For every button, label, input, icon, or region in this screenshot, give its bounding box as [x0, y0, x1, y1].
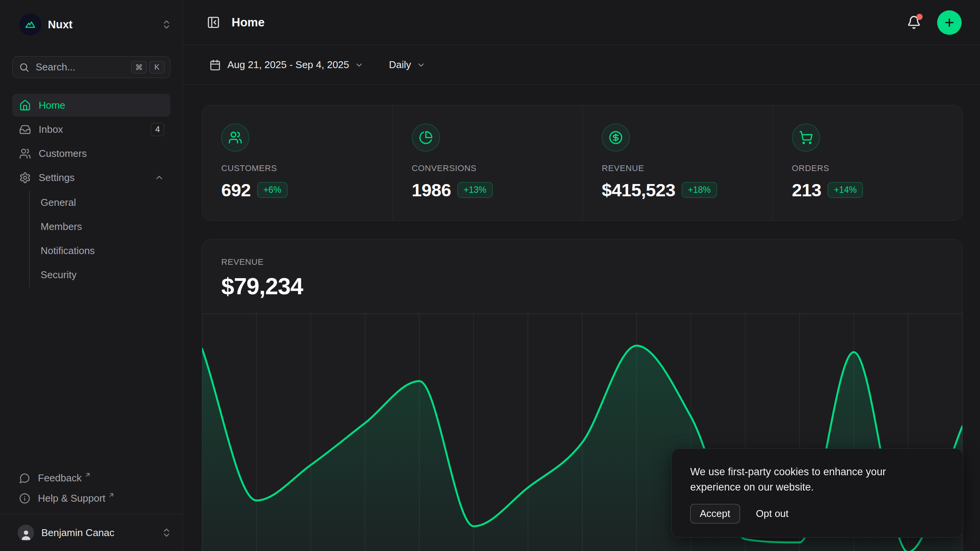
- cookie-banner: We use first-party cookies to enhance yo…: [671, 448, 963, 538]
- stat-label: CONVERSIONS: [412, 163, 575, 173]
- notification-dot: [916, 14, 923, 20]
- notifications-button[interactable]: [907, 15, 921, 29]
- chart-title: REVENUE: [221, 257, 943, 267]
- stats-row: CUSTOMERS 692 +6% CONVERSIONS 1986: [202, 105, 963, 221]
- chevron-up-icon: [154, 173, 164, 183]
- search-icon: [19, 62, 29, 73]
- optout-cookies-button[interactable]: Opt out: [756, 508, 789, 520]
- chart-header: REVENUE $79,234: [202, 240, 962, 300]
- user-menu[interactable]: Benjamin Canac: [0, 514, 183, 551]
- sidebar-item-members[interactable]: Members: [30, 215, 170, 239]
- gear-icon: [19, 172, 31, 184]
- stat-value: $415,523: [602, 179, 675, 201]
- nuxt-logo-icon: [19, 13, 41, 36]
- stat-label: ORDERS: [792, 163, 955, 173]
- circle-dollar-icon: [602, 124, 630, 152]
- stat-delta-badge: +18%: [682, 182, 717, 198]
- stat-delta-badge: +6%: [257, 182, 287, 198]
- inbox-icon: [19, 124, 31, 135]
- date-range-picker[interactable]: Aug 21, 2025 - Sep 4, 2025: [209, 59, 364, 71]
- plus-icon: [943, 16, 956, 29]
- chevron-down-icon: [416, 60, 426, 70]
- chevrons-up-down-icon: [161, 527, 172, 538]
- stat-delta-badge: +14%: [828, 182, 862, 198]
- users-icon: [221, 124, 249, 152]
- sidebar-spacer: [0, 287, 183, 468]
- calendar-icon: [209, 59, 221, 71]
- chart-total-value: $79,234: [221, 273, 943, 300]
- stat-delta-badge: +13%: [457, 182, 492, 198]
- workspace-switcher[interactable]: Nuxt: [0, 0, 183, 39]
- sidebar-item-security[interactable]: Security: [30, 263, 170, 287]
- sidebar-item-inbox[interactable]: Inbox 4: [12, 118, 170, 141]
- stat-label: CUSTOMERS: [221, 163, 385, 173]
- stat-conversions[interactable]: CONVERSIONS 1986 +13%: [392, 105, 583, 220]
- sidebar: Nuxt Search... ⌘ K Ho: [0, 0, 183, 551]
- granularity-select[interactable]: Daily: [389, 59, 426, 71]
- page-title: Home: [232, 16, 265, 29]
- users-icon: [19, 148, 31, 160]
- date-range-value: Aug 21, 2025 - Sep 4, 2025: [227, 59, 349, 71]
- accept-cookies-button[interactable]: Accept: [690, 504, 740, 523]
- cookie-message: We use first-party cookies to enhance yo…: [690, 464, 929, 495]
- stat-orders[interactable]: ORDERS 213 +14%: [773, 105, 963, 220]
- chevron-down-icon: [354, 60, 364, 70]
- kbd-cmd: ⌘: [131, 61, 147, 73]
- external-link-icon: [108, 492, 115, 499]
- stat-revenue[interactable]: REVENUE $415,523 +18%: [582, 105, 773, 220]
- search-input[interactable]: Search... ⌘ K: [12, 56, 170, 78]
- sidebar-item-settings[interactable]: Settings: [12, 166, 170, 189]
- home-icon: [19, 99, 31, 111]
- shopping-cart-icon: [792, 124, 820, 152]
- message-bubble-icon: [19, 473, 30, 484]
- sidebar-item-customers[interactable]: Customers: [12, 142, 170, 165]
- header-actions: [907, 10, 962, 35]
- help-support-link[interactable]: Help & Support: [12, 488, 170, 509]
- chevrons-up-down-icon[interactable]: [161, 19, 172, 30]
- cookie-actions: Accept Opt out: [690, 504, 944, 523]
- collapse-sidebar-icon[interactable]: [207, 16, 220, 29]
- user-name: Benjamin Canac: [41, 527, 114, 539]
- search-shortcut: ⌘ K: [131, 61, 165, 73]
- sidebar-footer: Feedback Help & Support: [0, 468, 183, 514]
- stat-label: REVENUE: [602, 163, 765, 173]
- search-placeholder: Search...: [36, 61, 75, 73]
- stat-value: 1986: [412, 179, 451, 201]
- sidebar-item-notifications[interactable]: Notifications: [30, 239, 170, 263]
- sidebar-nav: Home Inbox 4 Customers: [12, 94, 170, 287]
- filters-toolbar: Aug 21, 2025 - Sep 4, 2025 Daily: [183, 45, 980, 85]
- settings-subnav: General Members Notifications Security: [29, 191, 170, 287]
- feedback-link[interactable]: Feedback: [12, 468, 170, 488]
- chart-pie-icon: [412, 124, 440, 152]
- stat-value: 213: [792, 179, 822, 201]
- avatar: [18, 525, 34, 541]
- stat-customers[interactable]: CUSTOMERS 692 +6%: [202, 105, 392, 220]
- external-link-icon: [84, 471, 91, 478]
- stat-value: 692: [221, 179, 251, 201]
- sidebar-item-general[interactable]: General: [30, 191, 170, 215]
- workspace-name: Nuxt: [48, 18, 72, 31]
- info-circle-icon: [19, 493, 30, 504]
- sidebar-item-home[interactable]: Home: [12, 94, 170, 117]
- inbox-count-badge: 4: [151, 123, 164, 136]
- add-button[interactable]: [937, 10, 962, 35]
- kbd-k: K: [149, 61, 165, 73]
- granularity-value: Daily: [389, 59, 411, 71]
- page-header: Home: [183, 0, 980, 45]
